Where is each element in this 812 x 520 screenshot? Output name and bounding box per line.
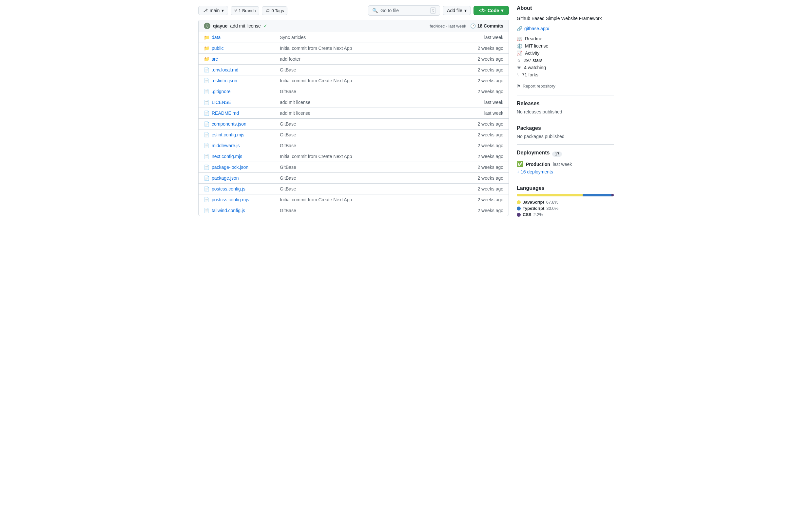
deployments-section: Deployments 17 ✅ Production last week + …: [517, 144, 614, 175]
lang-color-dot: [517, 200, 521, 204]
activity-link[interactable]: 📈 Activity: [517, 50, 614, 57]
file-name[interactable]: .gitignore: [212, 89, 277, 94]
table-row: 📄next.config.mjsInitial commit from Crea…: [198, 151, 509, 162]
file-name[interactable]: README.md: [212, 110, 277, 116]
code-button[interactable]: </> Code ▾: [473, 6, 509, 15]
search-shortcut: t: [430, 7, 436, 14]
file-icon: 📄: [204, 110, 209, 116]
fork-icon: ⑂: [517, 72, 519, 77]
file-name[interactable]: eslint.config.mjs: [212, 132, 277, 137]
chevron-down-icon: ▾: [221, 8, 224, 13]
branch-selector[interactable]: ⎇ main ▾: [198, 6, 228, 15]
file-name[interactable]: data: [212, 35, 277, 40]
add-file-label: Add file: [447, 8, 462, 13]
website-link[interactable]: 🔗 gitbase.app/: [517, 26, 614, 31]
file-time: 2 weeks ago: [474, 154, 503, 159]
file-icon: 📄: [204, 100, 209, 105]
report-repository-link[interactable]: ⚑ Report repository: [517, 82, 614, 90]
table-row: 📄README.mdadd mit licenselast week: [198, 108, 509, 119]
file-time: 2 weeks ago: [474, 197, 503, 202]
go-to-file-button[interactable]: 🔍 Go to file t: [368, 5, 440, 16]
table-row: 📄package-lock.jsonGitBase2 weeks ago: [198, 162, 509, 173]
chevron-down-icon: ▾: [464, 8, 467, 13]
search-icon: 🔍: [372, 8, 378, 13]
languages-list: JavaScript67.8%TypeScript30.0%CSS2.2%: [517, 200, 614, 217]
languages-bar: [517, 194, 614, 197]
file-name[interactable]: postcss.config.js: [212, 186, 277, 191]
table-row: 📁publicInitial commit from Create Next A…: [198, 43, 509, 54]
file-commit-message: GitBase: [280, 67, 471, 73]
watching-link[interactable]: 👁 4 watching: [517, 64, 614, 71]
about-stats: 📖 Readme ⚖️ MIT license 📈 Activity ☆ 297…: [517, 35, 614, 78]
lang-item-typescript: TypeScript30.0%: [517, 206, 614, 211]
lang-bar-segment-css: [612, 194, 614, 197]
folder-icon: 📁: [204, 56, 209, 62]
forks-link[interactable]: ⑂ 71 forks: [517, 71, 614, 78]
file-commit-message: Initial commit from Create Next App: [280, 154, 471, 159]
deployment-success-icon: ✅: [517, 161, 523, 167]
file-commit-message: GitBase: [280, 164, 471, 170]
file-time: last week: [474, 35, 503, 40]
packages-section: Packages No packages published: [517, 120, 614, 139]
table-row: 📄.gitignoreGitBase2 weeks ago: [198, 86, 509, 97]
lang-percentage: 30.0%: [546, 206, 558, 211]
file-commit-message: GitBase: [280, 89, 471, 94]
commits-count: 18 Commits: [478, 23, 503, 28]
languages-title: Languages: [517, 185, 614, 191]
file-name[interactable]: .env.local.md: [212, 67, 277, 73]
file-time: 2 weeks ago: [474, 208, 503, 213]
file-time: last week: [474, 100, 503, 105]
stars-link[interactable]: ☆ 297 stars: [517, 57, 614, 64]
file-icon: 📄: [204, 132, 209, 137]
add-file-button[interactable]: Add file ▾: [443, 6, 471, 15]
license-link[interactable]: ⚖️ MIT license: [517, 42, 614, 50]
readme-link[interactable]: 📖 Readme: [517, 35, 614, 42]
file-name[interactable]: package-lock.json: [212, 164, 277, 170]
file-name[interactable]: package.json: [212, 175, 277, 181]
languages-section: Languages JavaScript67.8%TypeScript30.0%…: [517, 180, 614, 217]
file-name[interactable]: next.config.mjs: [212, 154, 277, 159]
branch-icon: ⎇: [202, 8, 208, 13]
table-row: 📄middleware.jsGitBase2 weeks ago: [198, 140, 509, 151]
file-name[interactable]: .eslintrc.json: [212, 78, 277, 83]
file-name[interactable]: components.json: [212, 121, 277, 127]
file-name[interactable]: public: [212, 46, 277, 51]
about-description: Github Based Simple Website Framework: [517, 15, 614, 22]
deployments-count-badge: 17: [552, 152, 562, 157]
lang-item-javascript: JavaScript67.8%: [517, 200, 614, 205]
commit-user[interactable]: qiayue: [213, 23, 227, 28]
tag-count-label: 0 Tags: [271, 8, 284, 13]
file-icon: 📄: [204, 175, 209, 181]
commit-message: add mit license: [230, 23, 261, 28]
link-icon: 🔗: [517, 26, 522, 31]
file-name[interactable]: LICENSE: [212, 100, 277, 105]
toolbar: ⎇ main ▾ ⑂ 1 Branch 🏷 0 Tags 🔍 Go to fil…: [198, 5, 509, 16]
releases-title: Releases: [517, 101, 614, 107]
lang-bar-segment-javascript: [517, 194, 583, 197]
file-name[interactable]: tailwind.config.js: [212, 208, 277, 213]
file-name[interactable]: src: [212, 56, 277, 62]
commits-link[interactable]: 🕐 18 Commits: [470, 23, 503, 28]
file-icon: 📄: [204, 78, 209, 83]
file-table: Q qiayue add mit license ✓ fed4dec · las…: [198, 20, 509, 216]
flag-icon: ⚑: [517, 84, 521, 88]
file-commit-message: Initial commit from Create Next App: [280, 78, 471, 83]
file-time: 2 weeks ago: [474, 89, 503, 94]
file-icon: 📄: [204, 197, 209, 202]
table-row: 📄.eslintrc.jsonInitial commit from Creat…: [198, 75, 509, 86]
tag-count-link[interactable]: 🏷 0 Tags: [262, 6, 288, 15]
file-name[interactable]: postcss.config.mjs: [212, 197, 277, 202]
branch-count-link[interactable]: ⑂ 1 Branch: [231, 6, 259, 15]
file-time: last week: [474, 110, 503, 116]
table-row: 📄components.jsonGitBase2 weeks ago: [198, 119, 509, 130]
file-commit-message: Initial commit from Create Next App: [280, 46, 471, 51]
file-name[interactable]: middleware.js: [212, 143, 277, 148]
file-icon: 📄: [204, 89, 209, 94]
lang-percentage: 2.2%: [534, 212, 543, 217]
lang-color-dot: [517, 213, 521, 217]
folder-icon: 📁: [204, 46, 209, 51]
file-icon: 📄: [204, 154, 209, 159]
deployments-more-link[interactable]: + 16 deployments: [517, 169, 553, 175]
file-commit-message: GitBase: [280, 143, 471, 148]
code-icon: </>: [479, 8, 486, 13]
